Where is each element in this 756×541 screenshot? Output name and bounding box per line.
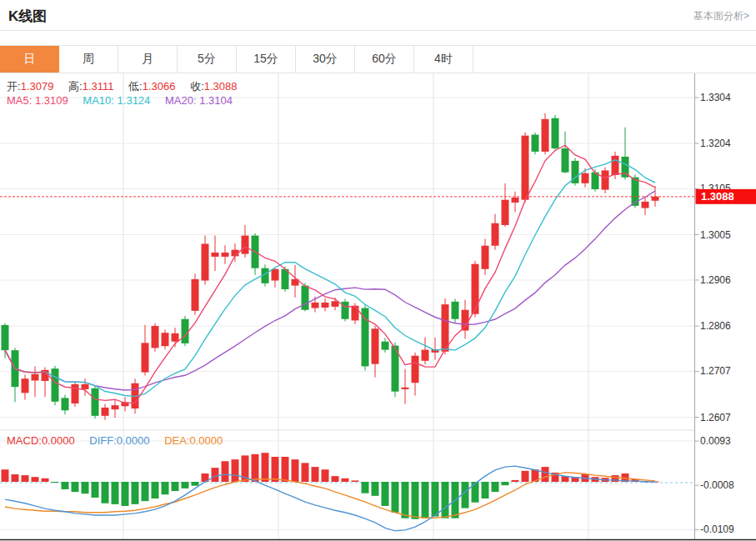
svg-text:1.2806: 1.2806 [700, 320, 731, 332]
tab-week[interactable]: 周 [59, 46, 118, 73]
tab-4hour[interactable]: 4时 [414, 46, 473, 73]
svg-text:-0.0109: -0.0109 [700, 523, 734, 535]
candles [2, 113, 659, 420]
chart-canvas[interactable]: 1.33041.32041.31051.30051.29061.28061.27… [0, 73, 756, 541]
tab-60min[interactable]: 60分 [355, 46, 414, 73]
current-price-badge: 1.3088 [696, 189, 756, 204]
svg-text:1.3204: 1.3204 [700, 138, 731, 149]
fundamental-analysis-link[interactable]: 基本面分析> [693, 9, 749, 23]
tab-30min[interactable]: 30分 [296, 46, 355, 73]
tab-day[interactable]: 日 [0, 46, 59, 73]
header: K线图 基本面分析> [0, 0, 756, 31]
svg-text:1.3005: 1.3005 [700, 229, 731, 241]
period-tabbar: 日 周 月 5分 15分 30分 60分 4时 [0, 45, 756, 73]
svg-text:0.0093: 0.0093 [700, 435, 731, 447]
tab-15min[interactable]: 15分 [237, 46, 296, 73]
svg-text:1.2607: 1.2607 [700, 412, 731, 423]
svg-text:1.3304: 1.3304 [700, 92, 731, 103]
svg-text:1.3088: 1.3088 [701, 190, 734, 203]
svg-text:-0.0008: -0.0008 [700, 479, 734, 491]
svg-text:1.2707: 1.2707 [700, 365, 731, 377]
svg-text:1.2906: 1.2906 [700, 274, 731, 286]
kline-app: K线图 基本面分析> 日 周 月 5分 15分 30分 60分 4时 1.330… [0, 0, 756, 541]
page-title: K线图 [8, 7, 47, 26]
tab-5min[interactable]: 5分 [178, 46, 237, 73]
tab-month[interactable]: 月 [118, 46, 178, 73]
ma-lines [5, 145, 655, 403]
kline-chart-svg[interactable]: 1.33041.32041.31051.30051.29061.28061.27… [0, 73, 756, 541]
